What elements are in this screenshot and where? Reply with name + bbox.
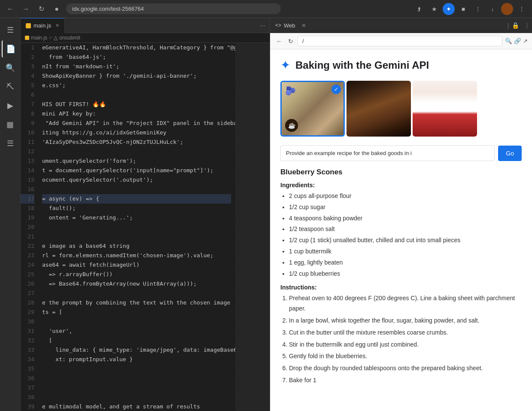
ingredients-heading: Ingredients: xyxy=(280,182,522,189)
code-line-19: ontent = 'Generating...'; xyxy=(42,213,231,222)
breadcrumb-file-icon xyxy=(25,36,29,40)
code-line-10: iting https://g.co/ai/idxGetGeminiKey xyxy=(42,128,231,137)
forward-button[interactable]: → xyxy=(20,3,32,15)
web-panel-close-button[interactable]: ✕ xyxy=(301,22,306,29)
web-address-bar: ← ↻ 🔍 🔗 ↗ xyxy=(270,33,532,49)
browser-toolbar: ⮭ ★ ✦ ■ ⋮ ↓ ⋮ xyxy=(413,3,528,15)
code-line-9: "Add Gemini API" in the "Project IDX" pa… xyxy=(42,119,231,128)
puzzle-icon[interactable]: ■ xyxy=(457,3,469,15)
prompt-input[interactable] xyxy=(280,145,495,161)
code-line-35 xyxy=(42,364,231,374)
minimap xyxy=(235,43,270,411)
breadcrumb: main.js > △ onsubmit xyxy=(21,33,270,43)
layers-icon[interactable]: ☰ xyxy=(2,135,19,152)
web-refresh-button[interactable]: ↻ xyxy=(286,37,295,46)
home-button[interactable]: ● xyxy=(51,3,63,15)
code-line-8: mini API key by: xyxy=(42,109,231,119)
web-open-icon[interactable]: ↗ xyxy=(523,38,528,44)
refresh-button[interactable]: ↻ xyxy=(35,3,47,15)
code-line-23: rl = form.elements.namedItem('chosen-ima… xyxy=(42,251,231,260)
tab-main-js[interactable]: main.js ✕ xyxy=(21,18,65,33)
code-line-18: fault(); xyxy=(42,204,231,213)
gallery-image-2[interactable] xyxy=(413,81,477,137)
code-line-29: ts = [ xyxy=(42,307,231,317)
bookmark-icon[interactable]: ★ xyxy=(428,3,440,15)
image-gallery: ☕ 🫐 ✓ xyxy=(280,81,522,137)
instructions-list: Preheat oven to 400 degrees F (200 degre… xyxy=(280,293,522,385)
code-line-4: ShowApiKeyBanner } from './gemini-api-ba… xyxy=(42,71,231,81)
web-panel-title: <> Web ✕ xyxy=(275,22,306,29)
code-line-36 xyxy=(42,374,231,383)
web-search-icon[interactable]: 🔍 xyxy=(505,38,512,44)
instruction-item: Gently fold in the blueberries. xyxy=(289,351,522,362)
code-line-14: t = document.querySelector('input[name="… xyxy=(42,166,231,175)
gemini-icon[interactable]: ✦ xyxy=(443,3,455,15)
tab-more-button[interactable]: ⋯ xyxy=(255,22,270,29)
search-icon[interactable]: 🔍 xyxy=(2,59,19,76)
recipe-content: Blueberry Scones Ingredients: 2 cups all… xyxy=(280,168,522,386)
code-line-38 xyxy=(42,393,231,402)
code-line-30 xyxy=(42,317,231,326)
code-line-34: xt: promptInput.value } xyxy=(42,355,231,364)
web-title-section: ✦ Baking with the Gemini API xyxy=(280,58,522,72)
ingredients-list: 2 cups all-purpose flour1/2 cup sugar4 t… xyxy=(280,191,522,279)
web-panel-label: Web xyxy=(284,22,295,29)
go-button[interactable]: Go xyxy=(498,146,522,161)
code-line-5: e.css'; xyxy=(42,81,231,90)
ingredient-item: 1/2 cup blueberries xyxy=(289,269,522,279)
ingredient-item: 2 cups all-purpose flour xyxy=(289,191,522,201)
web-url-input[interactable] xyxy=(298,36,502,46)
lock-icon[interactable]: 🔒 xyxy=(512,22,519,29)
tab-close-button[interactable]: ✕ xyxy=(55,23,59,28)
files-icon[interactable]: 📄 xyxy=(2,40,19,58)
instruction-item: Stir in the buttermilk and egg until jus… xyxy=(289,340,522,350)
code-line-7: HIS OUT FIRST! 🔥🔥 xyxy=(42,100,231,109)
gallery-image-1[interactable] xyxy=(347,81,411,137)
code-editor[interactable]: 1234567891011121314151617181920212223242… xyxy=(21,43,270,411)
selected-badge: ✓ xyxy=(331,85,341,94)
code-line-6 xyxy=(42,90,231,100)
code-line-17: = async (ev) => { xyxy=(42,194,231,204)
address-bar[interactable] xyxy=(66,3,281,14)
web-back-button[interactable]: ← xyxy=(274,37,284,46)
gallery-image-0[interactable]: ☕ 🫐 ✓ xyxy=(280,81,345,137)
code-line-20 xyxy=(42,222,231,232)
code-line-11: 'AIzaSyDPes3wZ5DcOP5JvQC-njON2zTUJLHuLck… xyxy=(42,137,231,147)
code-line-31: 'user', xyxy=(42,326,231,336)
run-debug-icon[interactable]: ▶ xyxy=(2,97,19,114)
gemini-star-icon: ✦ xyxy=(280,58,290,72)
browser-chrome: ← → ↻ ● ⮭ ★ ✦ ■ ⋮ ↓ ⋮ xyxy=(0,0,532,18)
download-icon[interactable]: ↓ xyxy=(486,3,499,15)
code-line-3: nIt from 'markdown-it'; xyxy=(42,62,231,71)
breadcrumb-file: main.js xyxy=(31,35,47,41)
web-panel-tab: <> Web ✕ 〉 🔒 ⎹ xyxy=(270,18,532,33)
avatar[interactable] xyxy=(501,3,513,15)
code-line-26: => Base64.fromByteArray(new Uint8Array(a… xyxy=(42,279,231,289)
more-icon[interactable]: ⋮ xyxy=(516,3,528,15)
editor-area: main.js ✕ ⋯ main.js > △ onsubmit 1234567… xyxy=(21,18,270,411)
ingredient-item: 1/2 cup sugar xyxy=(289,202,522,213)
js-file-icon xyxy=(26,23,31,28)
breadcrumb-function: onsubmit xyxy=(59,35,80,41)
code-line-21 xyxy=(42,232,231,241)
panel-icon[interactable]: ⎹ xyxy=(522,22,527,29)
ingredient-item: 1/2 cup (1 stick) unsalted butter, chill… xyxy=(289,235,522,246)
split-view-icon[interactable]: 〉 xyxy=(507,22,509,29)
code-line-27 xyxy=(42,289,231,298)
source-control-icon[interactable]: ⛏ xyxy=(2,78,19,95)
code-line-32: [ xyxy=(42,336,231,345)
cast-icon[interactable]: ⮭ xyxy=(413,3,426,15)
back-button[interactable]: ← xyxy=(4,3,16,15)
breadcrumb-symbol-icon: △ xyxy=(54,35,58,41)
line-numbers: 1234567891011121314151617181920212223242… xyxy=(21,43,38,411)
instruction-item: Preheat oven to 400 degrees F (200 degre… xyxy=(289,293,522,314)
menu-icon[interactable]: ☰ xyxy=(2,21,19,39)
code-content[interactable]: eGenerativeAI, HarmBlockThreshold, HarmC… xyxy=(38,43,235,411)
code-line-39: e multimodal model, and get a stream of … xyxy=(42,402,231,411)
code-line-24: ase64 = await fetch(imageUrl) xyxy=(42,260,231,270)
activity-bar: ☰ 📄 🔍 ⛏ ▶ ▦ ☰ xyxy=(0,18,21,411)
extensions-icon[interactable]: ▦ xyxy=(2,116,19,133)
menu-dots-icon[interactable]: ⋮ xyxy=(472,3,484,15)
web-link-icon[interactable]: 🔗 xyxy=(514,38,521,44)
instructions-heading: Instructions: xyxy=(280,284,522,291)
